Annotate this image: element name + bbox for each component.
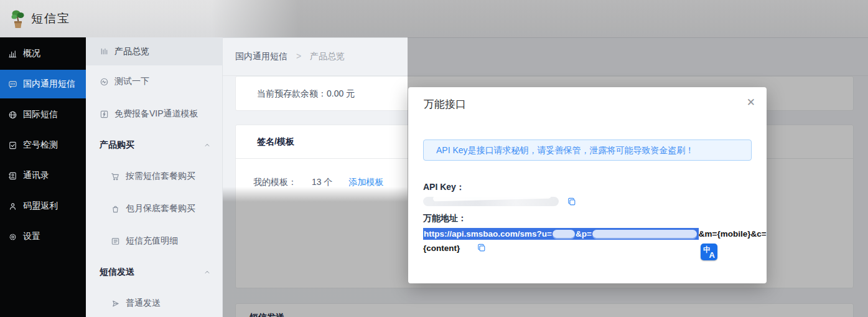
sidebar-item-intl-sms[interactable]: 国际短信 [0, 100, 86, 129]
flash-icon [100, 110, 109, 119]
sidebar-item-overview[interactable]: 概况 [0, 39, 86, 68]
submenu-item-label: 短信充值明细 [126, 235, 178, 247]
sidebar-item-domestic-sms[interactable]: 国内通用短信 [0, 70, 86, 98]
sms-send-card: 短信发送 [235, 303, 854, 317]
sidebar-item-label: 国际短信 [23, 109, 58, 120]
sidebar-item-rebate[interactable]: 码盟返利 [0, 192, 86, 220]
breadcrumb-separator: > [296, 51, 301, 61]
submenu-item-buy-monthly[interactable]: 包月保底套餐购买 [86, 192, 222, 225]
sidebar-item-label: 国内通用短信 [23, 78, 75, 90]
contacts-icon [8, 171, 17, 181]
page: { "header": { "brand": "短信宝" }, "sidebar… [0, 0, 868, 317]
submenu-item-label: 产品购买 [100, 140, 134, 151]
bag-icon [111, 204, 120, 214]
sidebar-item-settings[interactable]: 设置 [0, 222, 86, 251]
selected-url-text: https://api.smsbao.com/sms?u=&p= [423, 228, 699, 240]
submenu-item-product-buy[interactable]: 产品购买 [86, 130, 222, 160]
submenu-item-label: 按需短信套餐购买 [126, 171, 195, 182]
app-title: 短信宝 [31, 0, 70, 37]
globe-icon [8, 110, 17, 120]
submenu-item-label: 短信发送 [100, 267, 134, 278]
submenu-item-try-test[interactable]: 测试一下 [86, 65, 222, 98]
chevron-up-icon [203, 141, 211, 149]
url-password-redacted [592, 230, 697, 238]
copy-icon[interactable] [477, 244, 486, 252]
submenu-item-label: 测试一下 [114, 76, 149, 87]
sidebar-item-number-check[interactable]: 空号检测 [0, 131, 86, 159]
breadcrumb-domestic-sms[interactable]: 国内通用短信 [235, 51, 287, 61]
submenu-item-label: 免费报备VIP通道模板 [114, 108, 198, 120]
pulse-icon [100, 77, 109, 87]
bar-chart-icon [8, 49, 17, 59]
my-template-label: 我的模板： [253, 177, 297, 187]
translate-icon[interactable]: 中 A [701, 244, 717, 260]
url-tail: &m={mobile}&c= [699, 229, 767, 239]
cart-icon [111, 172, 120, 181]
api-key-warning: API Key是接口请求秘钥，请妥善保管，泄露将可能导致资金盗刷！ [423, 140, 752, 161]
url-user-redacted [553, 230, 575, 238]
submenu-item-sms-send[interactable]: 短信发送 [86, 257, 222, 287]
sidebar-item-label: 码盟返利 [23, 201, 58, 212]
balance-label: 当前预存款余额： [257, 88, 327, 98]
check-doc-icon [8, 141, 17, 150]
universal-address-value: https://api.smsbao.com/sms?u=&p=&m={mobi… [423, 228, 759, 240]
app-header: 短信宝 [0, 0, 868, 38]
submenu-item-vip-template[interactable]: 免费报备VIP通道模板 [86, 98, 222, 130]
submenu-item-buy-ondemand[interactable]: 按需短信套餐购买 [86, 160, 222, 192]
universal-address-label: 万能地址： [423, 213, 467, 224]
breadcrumb-product-overview: 产品总览 [310, 51, 345, 61]
send-icon [111, 299, 120, 308]
modal-title: 万能接口 [424, 97, 466, 111]
submenu-item-normal-send[interactable]: 普通发送 [86, 287, 222, 317]
sms-send-card-title: 短信发送 [250, 312, 853, 317]
sidebar-item-label: 空号检测 [23, 140, 58, 151]
url-content-param: {content} [423, 244, 460, 253]
chevron-up-icon [203, 268, 211, 276]
submenu-item-label: 普通发送 [126, 298, 161, 309]
copy-icon[interactable] [567, 197, 576, 206]
primary-sidebar: 概况 国内通用短信 国际短信 空号检测 通讯录 码盟返利 设置 [0, 37, 86, 317]
chat-icon [8, 80, 17, 89]
close-icon[interactable]: ✕ [745, 95, 757, 110]
sidebar-item-label: 设置 [23, 231, 40, 242]
api-key-value-redacted [423, 197, 559, 206]
sidebar-item-label: 概况 [23, 48, 40, 59]
balance-value: 0.00 元 [327, 88, 355, 98]
gear-icon [8, 232, 17, 242]
submenu-item-recharge-detail[interactable]: 短信充值明细 [86, 225, 222, 257]
bars-icon [100, 47, 109, 56]
sidebar-item-label: 通讯录 [23, 170, 49, 181]
submenu-item-product-overview[interactable]: 产品总览 [86, 37, 222, 65]
breadcrumb: 国内通用短信 > 产品总览 [235, 51, 345, 62]
app-logo-icon [9, 8, 27, 29]
sidebar-item-contacts[interactable]: 通讯录 [0, 161, 86, 190]
secondary-sidebar: 产品总览 测试一下 免费报备VIP通道模板 产品购买 按需短信套餐购买 包月保底… [86, 37, 223, 317]
submenu-item-label: 产品总览 [114, 46, 149, 57]
rebate-icon [8, 202, 17, 211]
api-key-label: API Key： [423, 182, 465, 193]
submenu-item-label: 包月保底套餐购买 [126, 203, 195, 214]
template-count: 13 个 [312, 177, 332, 187]
list-icon [111, 237, 120, 246]
add-template-link[interactable]: 添加模板 [348, 177, 383, 187]
